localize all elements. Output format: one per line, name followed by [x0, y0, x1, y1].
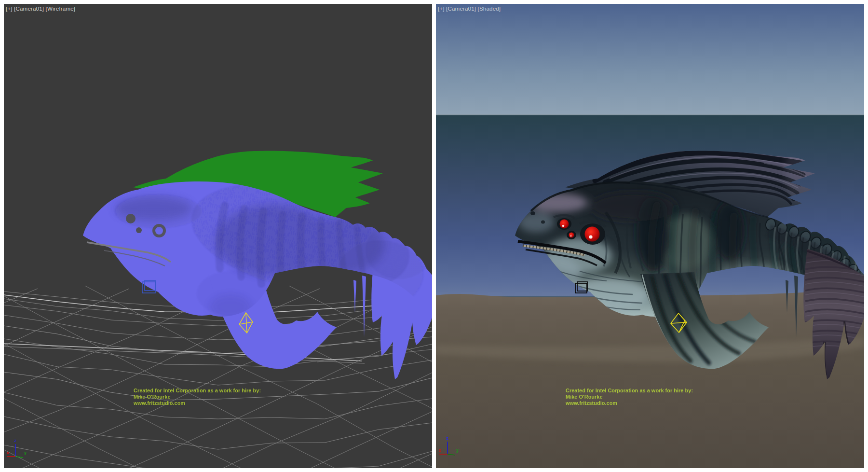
svg-text:y: y [24, 450, 27, 455]
svg-text:z: z [14, 438, 16, 443]
svg-text:y: y [456, 448, 459, 453]
svg-text:x: x [7, 450, 9, 455]
svg-text:x: x [439, 448, 441, 453]
svg-text:z: z [446, 436, 448, 441]
